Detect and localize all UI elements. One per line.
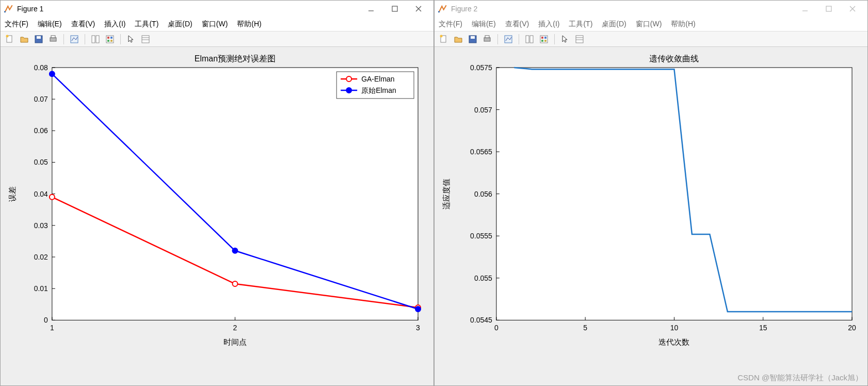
toolbar: [435, 31, 867, 47]
menu-edit[interactable]: 编辑(E): [472, 20, 496, 29]
svg-rect-79: [544, 37, 546, 39]
menu-help[interactable]: 帮助(H): [237, 20, 261, 29]
svg-text:0.02: 0.02: [34, 253, 48, 261]
menubar: 文件(F) 编辑(E) 查看(V) 插入(I) 工具(T) 桌面(D) 窗口(W…: [435, 17, 867, 31]
svg-point-53: [50, 71, 55, 76]
plot-canvas-2[interactable]: 051015200.05450.0550.05550.0560.05650.05…: [435, 47, 867, 385]
data-cursor-icon[interactable]: [502, 33, 515, 45]
svg-rect-13: [96, 36, 99, 43]
svg-text:0.0575: 0.0575: [470, 63, 492, 72]
svg-text:1: 1: [50, 324, 54, 332]
save-icon[interactable]: [33, 33, 45, 45]
svg-text:0: 0: [44, 316, 48, 324]
figure-window-2: Figure 2 文件(F) 编辑(E) 查看(V) 插入(I) 工具(T) 桌…: [434, 0, 868, 386]
svg-text:0.06: 0.06: [34, 126, 48, 135]
svg-text:15: 15: [759, 324, 767, 332]
minimize-button[interactable]: [793, 1, 817, 17]
svg-text:2: 2: [233, 324, 237, 332]
menu-desktop[interactable]: 桌面(D): [602, 20, 626, 29]
svg-text:20: 20: [848, 324, 856, 332]
svg-text:0.0565: 0.0565: [470, 148, 492, 156]
svg-text:0.01: 0.01: [34, 284, 48, 293]
svg-text:0.057: 0.057: [474, 106, 492, 114]
data-cursor-icon[interactable]: [68, 33, 81, 45]
menu-insert[interactable]: 插入(I): [104, 20, 125, 29]
menu-help[interactable]: 帮助(H): [671, 20, 695, 29]
svg-rect-82: [576, 36, 583, 43]
svg-rect-8: [37, 36, 41, 39]
svg-rect-76: [530, 36, 533, 43]
print-icon[interactable]: [481, 33, 493, 45]
menu-window[interactable]: 窗口(W): [202, 20, 228, 29]
svg-point-58: [346, 76, 351, 82]
maximize-button[interactable]: [383, 1, 407, 17]
svg-text:时间点: 时间点: [223, 337, 247, 346]
svg-rect-78: [541, 37, 543, 39]
svg-text:0.0545: 0.0545: [470, 316, 492, 324]
svg-text:5: 5: [583, 324, 587, 332]
svg-text:0: 0: [494, 324, 499, 332]
svg-text:原始Elman: 原始Elman: [361, 86, 396, 94]
window-title: Figure 2: [451, 5, 793, 13]
svg-text:遗传收敛曲线: 遗传收敛曲线: [649, 54, 699, 63]
link-icon[interactable]: [523, 33, 536, 45]
print-icon[interactable]: [47, 33, 59, 45]
svg-point-55: [415, 307, 421, 312]
save-icon[interactable]: [467, 33, 479, 45]
close-button[interactable]: [407, 1, 430, 17]
svg-point-51: [232, 281, 237, 286]
menu-view[interactable]: 查看(V): [505, 20, 529, 29]
svg-text:3: 3: [416, 324, 420, 332]
svg-point-50: [50, 195, 55, 200]
svg-point-63: [438, 11, 440, 12]
colorbar-icon[interactable]: [104, 33, 116, 45]
menu-window[interactable]: 窗口(W): [636, 20, 662, 29]
pointer-icon[interactable]: [559, 33, 571, 45]
svg-rect-19: [142, 36, 149, 43]
svg-rect-71: [471, 36, 475, 39]
svg-rect-80: [541, 40, 543, 42]
menu-tools[interactable]: 工具(T): [569, 20, 592, 29]
toolbar: [1, 31, 433, 47]
menu-edit[interactable]: 编辑(E): [38, 20, 62, 29]
menu-file[interactable]: 文件(F): [5, 20, 28, 29]
titlebar[interactable]: Figure 1: [1, 1, 433, 17]
menu-insert[interactable]: 插入(I): [538, 20, 559, 29]
open-icon[interactable]: [18, 33, 30, 45]
property-icon[interactable]: [139, 33, 152, 45]
close-button[interactable]: [841, 1, 864, 17]
minimize-button[interactable]: [359, 1, 383, 17]
svg-rect-10: [51, 36, 55, 38]
link-icon[interactable]: [89, 33, 102, 45]
svg-text:0.05: 0.05: [34, 158, 48, 166]
svg-rect-72: [484, 38, 490, 41]
menu-file[interactable]: 文件(F): [439, 20, 462, 29]
menu-view[interactable]: 查看(V): [71, 20, 95, 29]
figure-window-1: Figure 1 文件(F) 编辑(E) 查看(V) 插入(I) 工具(T) 桌…: [0, 0, 434, 386]
maximize-button[interactable]: [817, 1, 841, 17]
open-icon[interactable]: [452, 33, 464, 45]
svg-text:适应度值: 适应度值: [442, 179, 451, 210]
svg-rect-12: [92, 36, 95, 43]
svg-rect-75: [526, 36, 529, 43]
menu-desktop[interactable]: 桌面(D): [168, 20, 192, 29]
svg-text:0.03: 0.03: [34, 221, 48, 230]
svg-text:0.04: 0.04: [34, 190, 48, 198]
svg-point-0: [4, 11, 6, 12]
new-file-icon[interactable]: [438, 33, 450, 45]
colorbar-icon[interactable]: [538, 33, 550, 45]
svg-text:Elman预测绝对误差图: Elman预测绝对误差图: [195, 54, 276, 63]
svg-text:0.0555: 0.0555: [470, 232, 492, 240]
svg-text:GA-Elman: GA-Elman: [361, 75, 394, 83]
svg-point-61: [346, 88, 351, 93]
pointer-icon[interactable]: [125, 33, 137, 45]
matlab-logo-icon: [4, 4, 14, 14]
property-icon[interactable]: [573, 33, 586, 45]
new-file-icon[interactable]: [4, 33, 16, 45]
svg-rect-18: [110, 40, 112, 42]
menu-tools[interactable]: 工具(T): [135, 20, 158, 29]
svg-text:误差: 误差: [8, 186, 17, 202]
titlebar[interactable]: Figure 2: [435, 1, 867, 17]
svg-rect-9: [50, 38, 56, 41]
plot-canvas-1[interactable]: 12300.010.020.030.040.050.060.070.08Elma…: [1, 47, 433, 385]
